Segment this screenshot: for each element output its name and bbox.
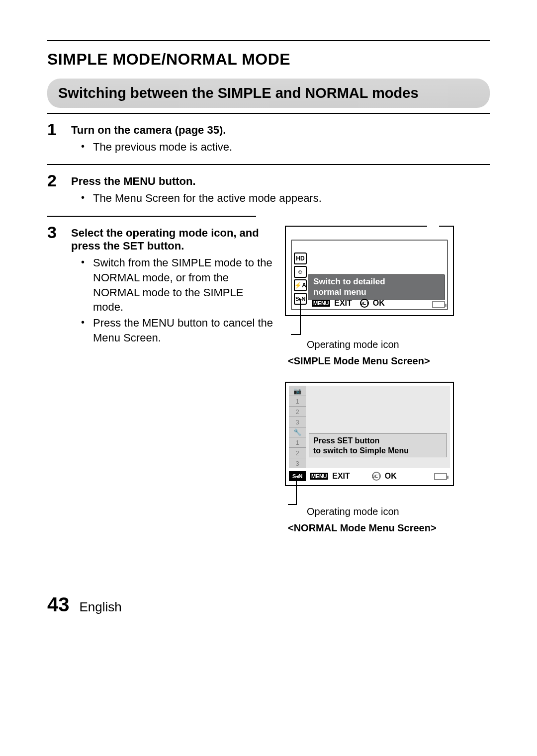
set-icon: SET <box>360 299 369 308</box>
language-label: English <box>80 599 122 615</box>
step-title: Press the MENU button. <box>71 175 490 188</box>
wrench-icon: 🔧 <box>289 427 306 437</box>
tab-number: 2 <box>289 406 306 417</box>
tab-number: 3 <box>289 458 306 468</box>
exit-label: EXIT <box>334 299 352 308</box>
battery-icon <box>434 473 447 480</box>
switch-message: Switch to detailed normal menu <box>308 274 445 300</box>
page-number: 43 <box>47 593 70 616</box>
callout-line <box>300 300 301 335</box>
ok-label: OK <box>385 472 397 481</box>
battery-icon <box>432 301 445 308</box>
page-title: SIMPLE MODE/NORMAL MODE <box>47 50 490 69</box>
step-number: 1 <box>47 121 64 156</box>
step-divider-short <box>47 216 256 217</box>
step-bullet: Press the MENU button to cancel the Menu… <box>93 316 275 345</box>
msg-line: Press SET button <box>313 436 443 446</box>
msg-line: normal menu <box>313 287 440 297</box>
step-bullet: The previous mode is active. <box>93 140 490 155</box>
normal-mode-screen: 📷 1 2 3 🔧 1 2 3 Press SET button <box>285 382 454 486</box>
flash-auto-icon: ⚡A <box>294 279 307 291</box>
step-divider <box>47 164 490 165</box>
callout-line <box>296 478 297 505</box>
set-icon: SET <box>372 472 381 481</box>
step-3: 3 Select the operating mode icon, and pr… <box>47 224 490 534</box>
tab-number: 1 <box>289 437 306 447</box>
callout-label: Operating mode icon <box>307 339 464 350</box>
callout-label: Operating mode icon <box>307 506 464 517</box>
tab-number: 3 <box>289 417 306 427</box>
screen-caption: <NORMAL Mode Menu Screen> <box>288 522 464 534</box>
subtitle-under-rule <box>47 113 490 114</box>
face-icon: ☺ <box>294 266 307 278</box>
tab-number: 1 <box>289 396 306 406</box>
ok-label: OK <box>373 299 385 308</box>
step-number: 2 <box>47 172 64 207</box>
operating-mode-icon: S◂N <box>289 471 306 481</box>
step-2: 2 Press the MENU button. The Menu Screen… <box>47 172 490 207</box>
switch-message: Press SET button to switch to Simple Men… <box>309 433 447 457</box>
menu-chip-icon: MENU <box>312 300 330 307</box>
section-subtitle: Switching between the SIMPLE and NORMAL … <box>47 79 490 108</box>
msg-line: Switch to detailed <box>313 277 440 287</box>
page-footer: 43 English <box>47 593 490 616</box>
exit-label: EXIT <box>332 472 350 481</box>
callout-line <box>291 334 300 335</box>
step-1: 1 Turn on the camera (page 35). The prev… <box>47 121 490 156</box>
step-bullet: The Menu Screen for the active mode appe… <box>93 191 490 206</box>
callout-line <box>288 504 296 505</box>
screen-caption: <SIMPLE Mode Menu Screen> <box>288 355 464 367</box>
hd-icon: HD <box>294 252 307 264</box>
step-title: Select the operating mode icon, and pres… <box>71 227 275 252</box>
step-bullet: Switch from the SIMPLE mode to the NORMA… <box>93 255 275 315</box>
step-number: 3 <box>47 224 64 534</box>
step-title: Turn on the camera (page 35). <box>71 124 490 137</box>
menu-chip-icon: MENU <box>310 473 328 480</box>
camera-icon: 📷 <box>289 386 306 396</box>
side-tab-column: 📷 1 2 3 🔧 1 2 3 <box>289 386 306 468</box>
tab-number: 2 <box>289 447 306 458</box>
simple-mode-screen: HD ☺ ⚡A S▸N Switch to detailed normal me… <box>285 226 454 316</box>
msg-line: to switch to Simple Menu <box>313 446 443 456</box>
top-rule <box>47 40 490 41</box>
